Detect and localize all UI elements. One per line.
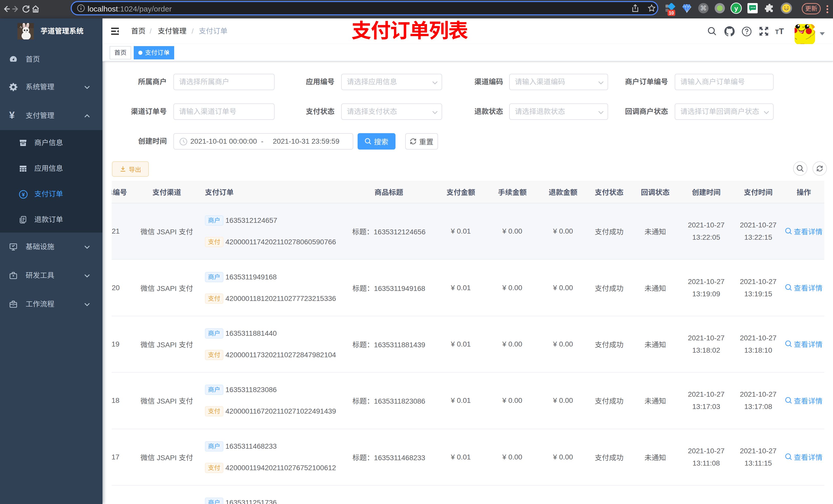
svg-text:10: 10 — [669, 10, 674, 16]
svg-text:¥: ¥ — [22, 192, 25, 197]
svg-text:⌘: ⌘ — [700, 4, 707, 12]
svg-text:y: y — [734, 5, 738, 12]
